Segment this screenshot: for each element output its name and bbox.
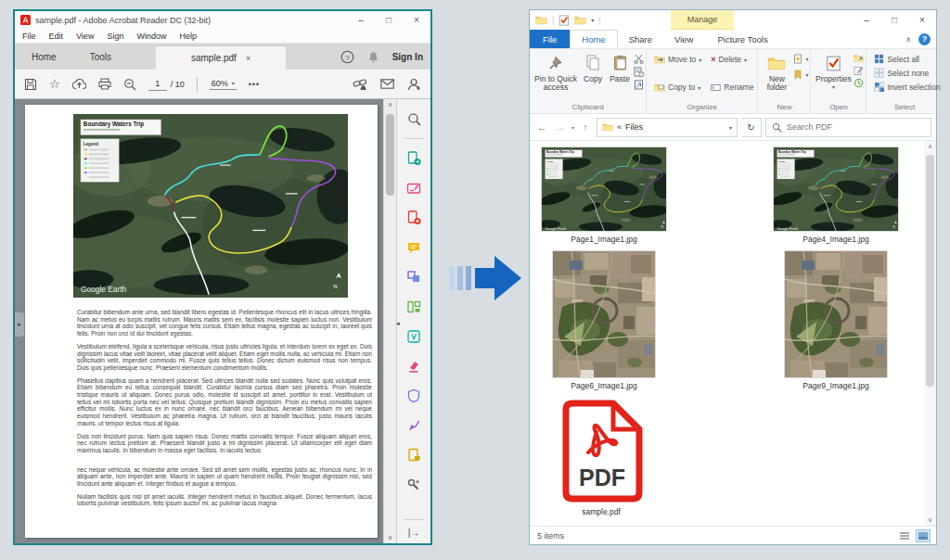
scrollbar-thumb[interactable] <box>926 155 934 387</box>
protect-shield-icon[interactable] <box>402 384 426 408</box>
folder-icon[interactable] <box>535 15 547 25</box>
tab-home[interactable]: Home <box>15 45 73 70</box>
tab-home[interactable]: Home <box>570 30 617 48</box>
menu-edit[interactable]: Edit <box>49 32 64 41</box>
new-item-button[interactable]: ▾ <box>793 54 808 64</box>
cut-icon[interactable] <box>634 54 644 64</box>
file-tile[interactable]: Page4_Image1.jpg <box>773 146 899 244</box>
recent-locations-chevron-icon[interactable]: ▾ <box>571 124 574 131</box>
scroll-down-icon[interactable]: ∨ <box>924 516 936 524</box>
tab-share[interactable]: Share <box>618 30 663 48</box>
more-tools-wrench-icon[interactable] <box>402 473 426 497</box>
scroll-down-icon[interactable]: ∨ <box>384 534 396 541</box>
share-upload-icon[interactable] <box>72 78 86 90</box>
delete-button[interactable]: × Delete ▾ <box>711 55 753 64</box>
search-tool-icon[interactable] <box>402 107 426 131</box>
refresh-button[interactable]: ↻ <box>741 118 762 137</box>
search-input[interactable] <box>787 122 925 132</box>
fill-sign-icon[interactable] <box>402 414 426 438</box>
minimize-button[interactable]: – <box>853 10 880 30</box>
copy-button[interactable]: Copy <box>580 51 606 85</box>
send-for-comments-icon[interactable] <box>402 443 426 467</box>
properties-button[interactable]: Properties ▾ <box>813 51 854 94</box>
share-link-icon[interactable] <box>353 78 367 90</box>
minimize-button[interactable]: – <box>347 11 375 29</box>
search-box[interactable] <box>765 118 931 137</box>
save-icon[interactable] <box>24 78 37 91</box>
folder-icon[interactable] <box>574 15 586 25</box>
easy-access-button[interactable]: ▾ <box>793 70 808 80</box>
copy-to-button[interactable]: Copy to ▾ <box>654 83 701 92</box>
close-button[interactable]: × <box>403 11 430 29</box>
organize-pages-icon[interactable] <box>402 295 426 319</box>
comment-tool-icon[interactable] <box>402 235 426 260</box>
breadcrumb-collapsed[interactable]: « <box>617 122 622 132</box>
thumbnail-view-icon[interactable] <box>916 529 931 542</box>
print-icon[interactable] <box>98 78 111 90</box>
rename-button[interactable]: Rename <box>711 83 753 92</box>
create-pdf-icon[interactable] <box>402 206 426 230</box>
menu-window[interactable]: Window <box>136 32 166 41</box>
details-view-icon[interactable] <box>897 529 912 542</box>
scroll-up-icon[interactable]: ∧ <box>384 101 396 108</box>
paste-shortcut-icon[interactable] <box>634 80 644 90</box>
forward-icon[interactable]: → <box>553 121 568 133</box>
redact-tool-icon[interactable] <box>402 354 426 378</box>
edit-pdf-icon[interactable] <box>402 176 426 200</box>
scroll-up-icon[interactable]: ∧ <box>924 143 936 150</box>
open-icon[interactable] <box>854 54 864 63</box>
tab-tools[interactable]: Tools <box>73 45 128 70</box>
collapse-ribbon-icon[interactable]: ∧ <box>905 35 911 44</box>
file-tile[interactable]: PDF sample.pdf <box>558 399 645 516</box>
page-number-input[interactable] <box>148 77 167 91</box>
notifications-bell-icon[interactable] <box>367 51 379 63</box>
tab-document[interactable]: sample.pdf × <box>156 45 286 70</box>
tab-picture-tools[interactable]: Picture Tools <box>706 30 778 48</box>
compress-pdf-icon[interactable] <box>402 325 426 349</box>
help-icon[interactable]: ? <box>918 33 931 45</box>
menu-view[interactable]: View <box>76 32 94 41</box>
new-folder-button[interactable]: New folder <box>760 51 793 94</box>
qat-customize-chevron-icon[interactable]: ▾ <box>591 17 594 23</box>
breadcrumb-folder[interactable]: Files <box>625 122 643 132</box>
invert-selection-button[interactable]: Invert selection <box>874 82 940 92</box>
close-document-icon[interactable]: × <box>246 46 250 70</box>
close-button[interactable]: × <box>908 10 936 30</box>
menu-file[interactable]: File <box>22 32 36 41</box>
file-tile[interactable]: Page9_Image1.jpg <box>784 250 888 390</box>
menu-help[interactable]: Help <box>179 32 197 41</box>
collapse-pane-handle[interactable]: ◂ <box>396 320 400 327</box>
export-pdf-icon[interactable] <box>402 146 426 171</box>
properties-shortcut-icon[interactable] <box>558 15 570 26</box>
select-all-button[interactable]: Select all <box>874 54 919 64</box>
sign-in-button[interactable]: Sign In <box>392 52 423 62</box>
paste-button[interactable]: Paste <box>606 51 634 85</box>
breadcrumb[interactable]: « Files ▾ <box>597 118 738 137</box>
help-icon[interactable]: ? <box>340 50 354 64</box>
navigation-pane-handle[interactable]: ▸ <box>15 312 24 337</box>
copy-path-icon[interactable] <box>634 67 644 77</box>
pin-to-quick-access-button[interactable]: Pin to Quick access <box>532 51 580 94</box>
move-to-button[interactable]: Move to ▾ <box>654 55 701 64</box>
combine-files-icon[interactable] <box>402 265 426 289</box>
scrollbar-thumb[interactable] <box>386 114 394 196</box>
file-tile[interactable]: Page6_Image1.jpg <box>552 250 656 390</box>
expand-pane-icon[interactable]: |→ <box>408 528 420 538</box>
tab-file[interactable]: File <box>530 30 570 48</box>
select-none-button[interactable]: Select none <box>874 68 929 78</box>
file-tile[interactable]: Page1_Image1.jpg <box>541 146 667 244</box>
content-scrollbar[interactable]: ∧ ∨ <box>924 141 936 526</box>
menu-sign[interactable]: Sign <box>107 32 123 41</box>
up-icon[interactable]: ↑ <box>578 121 593 133</box>
history-icon[interactable] <box>854 78 864 88</box>
edit-icon[interactable] <box>854 66 864 75</box>
zoom-level-dropdown[interactable]: 60% ▾ <box>210 79 237 90</box>
chevron-down-icon[interactable]: ▾ <box>729 124 732 131</box>
maximize-button[interactable]: □ <box>375 11 403 29</box>
more-tools-overflow-button[interactable]: ••• <box>249 80 260 89</box>
email-envelope-icon[interactable] <box>380 79 394 89</box>
back-icon[interactable]: ← <box>534 121 549 133</box>
tab-view[interactable]: View <box>663 30 704 48</box>
document-scrollbar[interactable]: ∧ ∨ <box>383 99 396 543</box>
account-person-icon[interactable] <box>407 78 421 91</box>
